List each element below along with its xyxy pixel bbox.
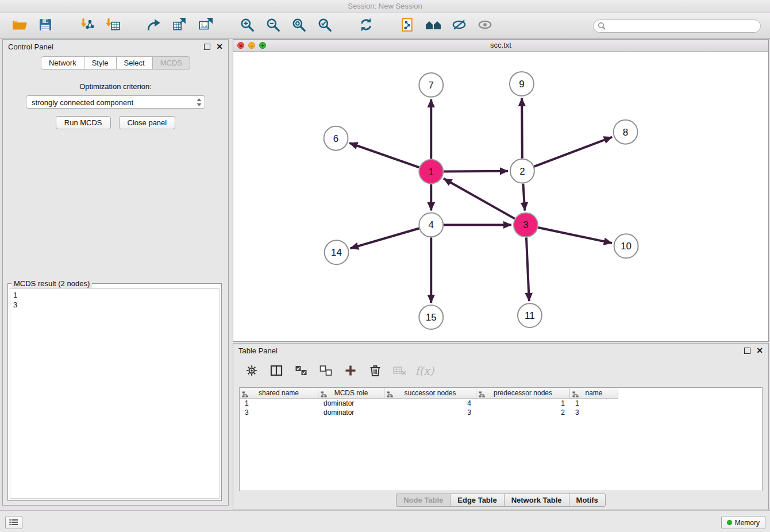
- column-header-predecessor-nodes[interactable]: predecessor nodes: [476, 388, 570, 399]
- tab-network[interactable]: Network: [41, 56, 84, 70]
- graph-node-label-8: 8: [623, 127, 628, 138]
- graph-node-label-6: 6: [333, 133, 338, 144]
- search-box: [593, 20, 761, 33]
- memory-status-dot: [727, 520, 732, 525]
- task-history-button[interactable]: [5, 516, 22, 529]
- graph-node-label-15: 15: [426, 312, 437, 323]
- graph-edges-layer: [349, 98, 612, 303]
- network-file-button[interactable]: [397, 16, 418, 36]
- delete-table-icon[interactable]: [392, 363, 407, 378]
- table-row[interactable]: 1dominator411: [240, 399, 762, 408]
- graph-edge-1-2[interactable]: [444, 171, 508, 172]
- tab-mcds[interactable]: MCDS: [152, 56, 190, 70]
- network-canvas[interactable]: 7968124314101511: [233, 52, 768, 341]
- graph-edge-3-10[interactable]: [538, 228, 612, 243]
- graph-edge-2-8[interactable]: [534, 137, 612, 167]
- graph-node-label-2: 2: [519, 166, 525, 177]
- column-header-name[interactable]: name: [570, 388, 618, 399]
- table-row[interactable]: 3dominator323: [240, 408, 762, 417]
- save-session-button[interactable]: [35, 16, 56, 36]
- table-cell[interactable]: 1: [476, 399, 570, 408]
- tab-node-table[interactable]: Node Table: [396, 494, 451, 507]
- graph-edge-1-6[interactable]: [349, 143, 419, 167]
- optimization-select[interactable]: strongly connected component: [26, 95, 205, 109]
- graph-node-label-10: 10: [621, 241, 632, 252]
- memory-button[interactable]: Memory: [721, 516, 765, 529]
- export-image-button[interactable]: [195, 16, 216, 36]
- mcds-result-fieldset: MCDS result (2 nodes) 13: [7, 283, 222, 501]
- network-window-title: scc.txt: [490, 41, 511, 49]
- settings-gear-icon[interactable]: [244, 363, 259, 378]
- mcds-result-item[interactable]: 3: [13, 300, 216, 310]
- export-table-button[interactable]: [170, 16, 190, 36]
- close-panel-button[interactable]: Close panel: [119, 116, 176, 129]
- float-panel-icon[interactable]: [744, 348, 750, 354]
- window-close-icon[interactable]: ✕: [237, 42, 244, 49]
- double-home-icon-button[interactable]: [423, 16, 444, 36]
- mcds-result-item[interactable]: 1: [13, 290, 216, 300]
- deselect-all-icon[interactable]: [318, 363, 333, 378]
- mcds-result-list[interactable]: 13: [10, 288, 220, 499]
- graph-node-label-11: 11: [525, 310, 535, 321]
- tab-style[interactable]: Style: [84, 56, 117, 70]
- network-canvas-svg[interactable]: 7968124314101511: [233, 52, 768, 341]
- window-zoom-icon[interactable]: +: [259, 42, 266, 49]
- tab-motifs[interactable]: Motifs: [569, 494, 606, 507]
- column-type-icon: [242, 390, 248, 401]
- show-graphics-button[interactable]: [475, 16, 495, 36]
- import-table-button[interactable]: [102, 16, 123, 36]
- graph-edge-3-11[interactable]: [526, 237, 529, 301]
- select-all-icon[interactable]: [294, 363, 309, 378]
- table-cell[interactable]: 3: [384, 408, 476, 417]
- main-toolbar: [0, 13, 770, 39]
- table-cell[interactable]: 2: [476, 408, 570, 417]
- export-network-button[interactable]: [144, 16, 164, 36]
- zoom-selected-button[interactable]: [314, 16, 335, 36]
- table-cell[interactable]: 3: [570, 408, 618, 417]
- zoom-fit-button[interactable]: [288, 16, 309, 36]
- window-minimize-icon[interactable]: −: [248, 42, 255, 49]
- refresh-icon: [359, 17, 374, 34]
- column-type-icon: [387, 390, 393, 401]
- import-network-button[interactable]: [76, 16, 97, 36]
- search-input[interactable]: [593, 20, 761, 33]
- column-header-MCDS-role[interactable]: MCDS role: [318, 388, 384, 399]
- function-builder-icon[interactable]: f(x): [417, 363, 432, 378]
- status-bar: Memory: [0, 510, 770, 532]
- select-stepper-icon: [196, 98, 202, 111]
- table-cell[interactable]: dominator: [318, 408, 384, 417]
- open-session-button[interactable]: [9, 16, 30, 36]
- table-cell[interactable]: 1: [240, 399, 318, 408]
- zoom-out-icon: [265, 17, 280, 34]
- tab-edge-table[interactable]: Edge Table: [450, 494, 504, 507]
- table-cell[interactable]: 3: [240, 408, 318, 417]
- add-column-icon[interactable]: [343, 363, 358, 378]
- zoom-in-button[interactable]: [237, 16, 257, 36]
- table-header-row: shared nameMCDS rolesuccessor nodesprede…: [240, 388, 762, 399]
- table-toolbar: f(x): [244, 358, 432, 383]
- refresh-view-button[interactable]: [356, 16, 376, 36]
- hide-graphics-button[interactable]: [449, 16, 469, 36]
- control-panel: Control Panel ✕ NetworkStyleSelectMCDS O…: [2, 39, 229, 506]
- table-cell[interactable]: 4: [384, 399, 476, 408]
- graph-edge-4-14[interactable]: [351, 228, 419, 248]
- delete-column-icon[interactable]: [368, 363, 383, 378]
- save-floppy-icon: [38, 18, 52, 34]
- table-panel-title: Table Panel: [238, 346, 744, 355]
- close-panel-icon[interactable]: ✕: [216, 44, 223, 49]
- optimization-select-value: strongly connected component: [32, 98, 133, 107]
- tab-select[interactable]: Select: [116, 56, 153, 70]
- column-header-successor-nodes[interactable]: successor nodes: [384, 388, 476, 399]
- zoom-out-button[interactable]: [263, 16, 283, 36]
- run-mcds-button[interactable]: Run MCDS: [56, 116, 111, 129]
- close-panel-icon[interactable]: ✕: [756, 348, 763, 353]
- graph-edge-2-3[interactable]: [523, 184, 525, 211]
- float-panel-icon[interactable]: [204, 44, 210, 50]
- network-view-window: ✕ − + scc.txt 7968124314101511: [233, 39, 769, 342]
- tab-network-table[interactable]: Network Table: [504, 494, 569, 507]
- column-view-icon[interactable]: [269, 363, 284, 378]
- graph-edge-3-1[interactable]: [444, 179, 515, 219]
- column-header-shared-name[interactable]: shared name: [240, 388, 318, 399]
- graph-edge-2-9[interactable]: [522, 98, 522, 159]
- table-cell[interactable]: dominator: [318, 399, 384, 408]
